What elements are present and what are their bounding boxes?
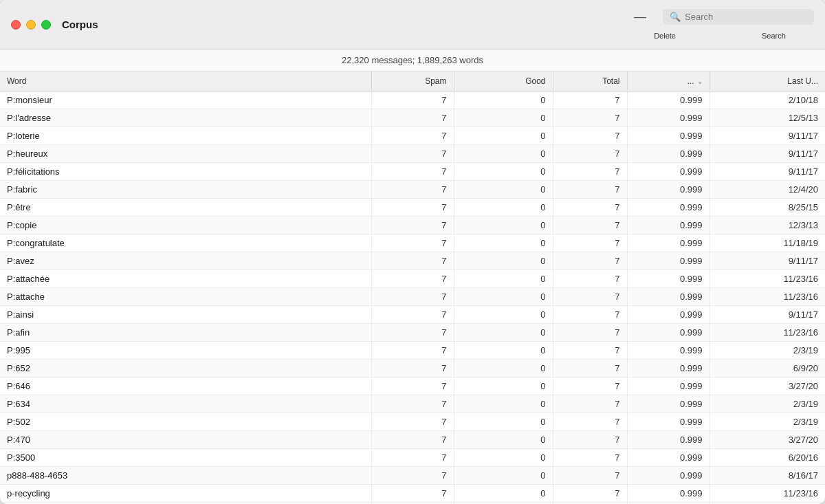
table-row[interactable]: P:congratulate7070.99911/18/19 <box>0 234 825 252</box>
table-row[interactable]: P:6527070.9996/9/20 <box>0 360 825 377</box>
cell-spam: 7 <box>371 360 454 377</box>
table-row[interactable]: P:5027070.9992/3/19 <box>0 413 825 431</box>
cell-good: 0 <box>454 288 553 306</box>
cell-spam: 7 <box>371 324 454 342</box>
cell-good: 0 <box>454 91 553 109</box>
cell-lastused: 11/18/19 <box>710 234 825 252</box>
cell-score: 0.999 <box>627 252 710 270</box>
cell-lastused: 9/11/17 <box>710 127 825 145</box>
cell-good: 0 <box>454 467 553 485</box>
cell-score: 0.999 <box>627 342 710 360</box>
col-header-lastused[interactable]: Last U... <box>710 72 825 91</box>
corpus-table: Word Spam Good Total ... ⌄ Last U... P:m… <box>0 72 825 504</box>
titlebar: Corpus — 🔍 Delete Search <box>0 0 825 50</box>
cell-word: P:attache <box>0 288 371 306</box>
table-row[interactable]: P:félicitations7070.9999/11/17 <box>0 163 825 181</box>
delete-action[interactable]: — <box>634 10 646 24</box>
cell-lastused: 2/10/18 <box>710 91 825 109</box>
cell-spam: 7 <box>371 109 454 127</box>
col-header-score-label: ... <box>687 76 694 86</box>
cell-good: 0 <box>454 199 553 217</box>
cell-lastused: 12/5/13 <box>710 109 825 127</box>
cell-lastused: 11/23/16 <box>710 324 825 342</box>
cell-score: 0.999 <box>627 377 710 395</box>
cell-word: P:félicitations <box>0 163 371 181</box>
cell-word: P:502 <box>0 413 371 431</box>
cell-score: 0.999 <box>627 431 710 449</box>
cell-lastused: 8/16/17 <box>710 467 825 485</box>
cell-score: 0.999 <box>627 127 710 145</box>
cell-spam: 7 <box>371 377 454 395</box>
search-box[interactable]: 🔍 <box>663 9 814 25</box>
cell-score: 0.999 <box>627 199 710 217</box>
table-row[interactable]: P:35007070.9996/20/16 <box>0 449 825 467</box>
window-title: Corpus <box>62 19 98 30</box>
close-button[interactable] <box>11 20 21 30</box>
cell-spam: 7 <box>371 217 454 234</box>
col-header-word[interactable]: Word <box>0 72 371 91</box>
table-row[interactable]: P:copie7070.99912/3/13 <box>0 217 825 234</box>
cell-lastused: 11/23/16 <box>710 288 825 306</box>
table-row[interactable]: P:attachée7070.99911/23/16 <box>0 270 825 288</box>
cell-spam: 7 <box>371 91 454 109</box>
minimize-button[interactable] <box>26 20 36 30</box>
cell-score: 0.999 <box>627 485 710 503</box>
table-row[interactable]: P:9957070.9992/3/19 <box>0 342 825 360</box>
col-header-total[interactable]: Total <box>553 72 627 91</box>
cell-lastused: 9/11/17 <box>710 145 825 163</box>
cell-good: 0 <box>454 252 553 270</box>
summary-bar: 22,320 messages; 1,889,263 words <box>0 50 825 72</box>
table-row[interactable]: P:afin7070.99911/23/16 <box>0 324 825 342</box>
cell-total: 7 <box>553 252 627 270</box>
table-row[interactable]: P:attache7070.99911/23/16 <box>0 288 825 306</box>
toolbar-top-row: — 🔍 <box>634 9 814 25</box>
table-container[interactable]: Word Spam Good Total ... ⌄ Last U... P:m… <box>0 72 825 504</box>
table-header: Word Spam Good Total ... ⌄ Last U... <box>0 72 825 91</box>
cell-total: 7 <box>553 288 627 306</box>
table-row[interactable]: P:loterie7070.9999/11/17 <box>0 127 825 145</box>
table-row[interactable]: p-recycling7070.99911/23/16 <box>0 485 825 503</box>
col-header-spam[interactable]: Spam <box>371 72 454 91</box>
cell-score: 0.999 <box>627 449 710 467</box>
table-row[interactable]: P:6347070.9992/3/19 <box>0 395 825 413</box>
cell-word: P:congratulate <box>0 234 371 252</box>
cell-word: p888-488-4653 <box>0 467 371 485</box>
table-row[interactable]: P:avez7070.9999/11/17 <box>0 252 825 270</box>
cell-lastused: 12/3/13 <box>710 217 825 234</box>
cell-good: 0 <box>454 395 553 413</box>
cell-good: 0 <box>454 181 553 199</box>
cell-spam: 7 <box>371 181 454 199</box>
table-row[interactable]: P:6467070.9993/27/20 <box>0 377 825 395</box>
maximize-button[interactable] <box>41 20 51 30</box>
col-header-score[interactable]: ... ⌄ <box>627 72 710 91</box>
cell-spam: 7 <box>371 485 454 503</box>
cell-word: P:loterie <box>0 127 371 145</box>
cell-word: P:652 <box>0 360 371 377</box>
cell-good: 0 <box>454 342 553 360</box>
table-row[interactable]: P:ainsi7070.9999/11/17 <box>0 306 825 324</box>
cell-good: 0 <box>454 377 553 395</box>
table-row[interactable]: P:4707070.9993/27/20 <box>0 431 825 449</box>
col-header-good[interactable]: Good <box>454 72 553 91</box>
table-row[interactable]: P:monsieur7070.9992/10/18 <box>0 91 825 109</box>
cell-word: P:fabric <box>0 181 371 199</box>
table-row[interactable]: P:fabric7070.99912/4/20 <box>0 181 825 199</box>
cell-lastused: 3/27/20 <box>710 377 825 395</box>
cell-word: P:470 <box>0 431 371 449</box>
table-row[interactable]: P:l'adresse7070.99912/5/13 <box>0 109 825 127</box>
cell-total: 7 <box>553 449 627 467</box>
table-row[interactable]: p888-488-46537070.9998/16/17 <box>0 467 825 485</box>
cell-total: 7 <box>553 270 627 288</box>
summary-text: 22,320 messages; 1,889,263 words <box>342 55 483 65</box>
cell-good: 0 <box>454 360 553 377</box>
cell-lastused: 8/25/15 <box>710 199 825 217</box>
cell-score: 0.999 <box>627 234 710 252</box>
cell-good: 0 <box>454 485 553 503</box>
cell-lastused: 12/4/20 <box>710 181 825 199</box>
cell-good: 0 <box>454 109 553 127</box>
table-row[interactable]: P:heureux7070.9999/11/17 <box>0 145 825 163</box>
search-input[interactable] <box>685 12 807 22</box>
table-row[interactable]: P:être7070.9998/25/15 <box>0 199 825 217</box>
search-icon: 🔍 <box>670 12 681 22</box>
cell-score: 0.999 <box>627 109 710 127</box>
